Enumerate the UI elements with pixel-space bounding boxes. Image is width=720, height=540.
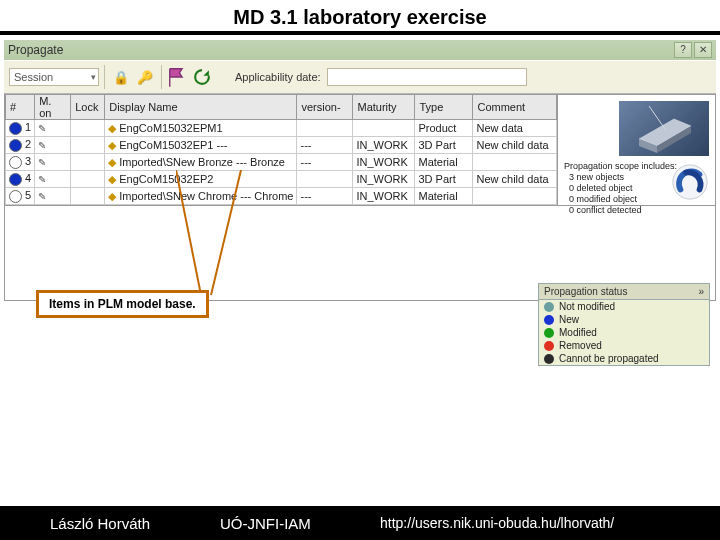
status-label: Removed [559,340,602,351]
col-lock[interactable]: Lock [71,95,105,120]
table-header-row: # M. on Lock Display Name version- Matur… [6,95,557,120]
status-label: Cannot be propagated [559,353,659,364]
applicability-label: Applicability date: [235,71,321,83]
toolbar: Session 🔒 🔑 Applicability date: [4,60,716,94]
applicability-field[interactable] [327,68,527,86]
status-dot [544,328,554,338]
status-item: Not modified [539,300,709,313]
status-item: Removed [539,339,709,352]
state-icon [9,156,22,169]
footer-org: UÓ-JNFI-IAM [220,515,380,532]
scope-l2: 0 deleted object [569,183,633,193]
session-combo[interactable]: Session [9,68,99,86]
col-num[interactable]: # [6,95,35,120]
cube-icon: ◆ [108,122,116,134]
cube-icon: ◆ [108,156,116,168]
footer-author: László Horváth [50,515,220,532]
status-header[interactable]: Propagation status » [539,284,709,300]
annotation-box: Items in PLM model base. [36,290,209,318]
status-label: Not modified [559,301,615,312]
cube-icon: ◆ [108,173,116,185]
key-icon[interactable]: 🔑 [134,66,156,88]
col-action[interactable]: M. on [35,95,71,120]
close-button[interactable]: ✕ [694,42,712,58]
flag-icon[interactable] [167,66,189,88]
cube-icon: ◆ [108,139,116,151]
table-row[interactable]: 4✎◆ EngCoM15032EP2IN_WORK3D PartNew chil… [6,171,557,188]
propagate-window: Propagate ? ✕ Session 🔒 🔑 Applicability … [4,40,716,301]
status-item: Modified [539,326,709,339]
refresh-icon[interactable] [191,66,213,88]
status-dot [544,302,554,312]
footer: László Horváth UÓ-JNFI-IAM http://users.… [0,506,720,540]
table-row[interactable]: 5✎◆ Imported\SNew Chrome --- Chrome---IN… [6,188,557,205]
scope-l1: 3 new objects [569,172,624,182]
session-label: Session [14,71,53,83]
status-label: Modified [559,327,597,338]
status-item: New [539,313,709,326]
page-title: MD 3.1 laboratory exercise [0,0,720,31]
pencil-icon: ✎ [38,157,46,168]
cube-icon: ◆ [108,190,116,202]
toolbar-separator [161,65,162,89]
state-icon [9,190,22,203]
divider-top [0,31,720,35]
toolbar-separator [104,65,105,89]
scope-l4: 0 conflict detected [569,205,642,215]
table-row[interactable]: 1✎◆ EngCoM15032EPM1ProductNew data [6,120,557,137]
expand-icon[interactable]: » [698,286,704,297]
col-type[interactable]: Type [415,95,473,120]
scope-head: Propagation scope includes: [564,161,677,172]
footer-url: http://users.nik.uni-obuda.hu/lhorvath/ [380,515,614,531]
scope-text: Propagation scope includes: 3 new object… [564,161,677,216]
col-comment[interactable]: Comment [473,95,557,120]
status-label: New [559,314,579,325]
scope-l3: 0 modified object [569,194,637,204]
svg-line-3 [649,106,665,129]
pencil-icon: ✎ [38,123,46,134]
pencil-icon: ✎ [38,174,46,185]
help-button[interactable]: ? [674,42,692,58]
status-item: Cannot be propagated [539,352,709,365]
state-icon [9,173,22,186]
status-dot [544,354,554,364]
window-title: Propagate [8,43,63,57]
status-title: Propagation status [544,286,627,297]
state-icon [9,122,22,135]
col-maturity[interactable]: Maturity [353,95,415,120]
status-dot [544,341,554,351]
window-titlebar[interactable]: Propagate ? ✕ [4,40,716,60]
right-panel: Propagation scope includes: 3 new object… [557,95,715,205]
table-row[interactable]: 2✎◆ EngCoM15032EP1 ------IN_WORK3D PartN… [6,137,557,154]
annotation-label: Items in PLM model base. [49,297,196,311]
items-table: # M. on Lock Display Name version- Matur… [5,95,557,205]
pencil-icon: ✎ [38,140,46,151]
pencil-icon: ✎ [38,191,46,202]
status-dot [544,315,554,325]
app-logo [671,163,709,201]
table-area: # M. on Lock Display Name version- Matur… [4,94,716,206]
state-icon [9,139,22,152]
col-version[interactable]: version- [297,95,353,120]
col-display-name[interactable]: Display Name [105,95,297,120]
propagation-status-box: Propagation status » Not modifiedNewModi… [538,283,710,366]
table-row[interactable]: 3✎◆ Imported\SNew Bronze --- Bronze---IN… [6,154,557,171]
lock-icon[interactable]: 🔒 [110,66,132,88]
preview-3d [619,101,709,156]
